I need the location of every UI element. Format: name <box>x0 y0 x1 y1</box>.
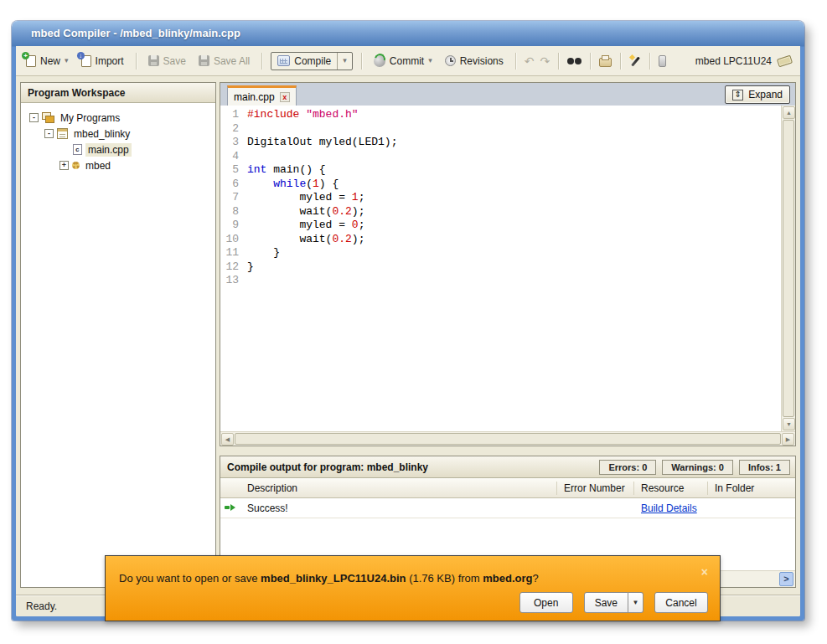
code-line[interactable]: } <box>247 246 781 260</box>
code-line[interactable] <box>247 274 781 288</box>
scroll-left-icon[interactable]: ◀ <box>221 433 234 446</box>
window-title: mbed Compiler - /mbed_blinky/main.cpp <box>31 27 240 39</box>
scroll-up-icon[interactable]: ▲ <box>783 106 795 119</box>
download-notification-bar: Do you want to open or save mbed_blinky_… <box>105 555 721 621</box>
program-notepad-icon <box>57 128 68 139</box>
tab-main-cpp[interactable]: main.cpp x <box>227 85 297 106</box>
device-phone-icon[interactable] <box>659 55 666 67</box>
revisions-button[interactable]: Revisions <box>442 53 507 70</box>
tree-item-label[interactable]: My Programs <box>58 111 122 125</box>
expand-button[interactable]: ⇕ Expand <box>725 85 790 104</box>
import-button[interactable]: Import <box>78 53 127 70</box>
tree-item-main-cpp[interactable]: main.cpp <box>24 142 212 157</box>
compile-dropdown[interactable]: ▾ <box>337 53 352 70</box>
save-all-button[interactable]: Save All <box>195 53 253 70</box>
download-message: Do you want to open or save mbed_blinky_… <box>119 572 539 585</box>
toolbar-separator <box>261 53 262 70</box>
window-titlebar: mbed Compiler - /mbed_blinky/main.cpp <box>16 21 800 46</box>
scroll-right-icon[interactable]: ▶ <box>782 433 794 446</box>
table-row[interactable]: Success! Build Details <box>220 498 795 518</box>
column-error-number[interactable]: Error Number <box>557 482 634 495</box>
warnings-badge[interactable]: Warnings: 0 <box>662 460 733 475</box>
commit-sync-icon <box>374 55 385 67</box>
code-line[interactable]: myled = 1; <box>247 191 781 205</box>
find-binoculars-icon[interactable] <box>567 57 581 65</box>
chevron-down-icon: ▾ <box>343 57 347 64</box>
download-message-suffix: ? <box>533 572 539 585</box>
compile-button[interactable]: Compile <box>271 53 337 70</box>
code-line[interactable]: int main() { <box>247 163 781 178</box>
editor-vertical-scrollbar[interactable]: ▲ ▼ <box>781 106 795 431</box>
build-details-link[interactable]: Build Details <box>641 502 697 514</box>
code-line[interactable] <box>247 150 781 164</box>
column-icon <box>220 482 240 495</box>
scroll-right-icon[interactable]: > <box>779 572 793 586</box>
editor-region: main.cpp x ⇕ Expand 12345678910111213 #i… <box>220 82 796 446</box>
save-button[interactable]: Save <box>584 592 628 613</box>
scrollbar-thumb[interactable] <box>783 120 794 417</box>
column-resource[interactable]: Resource <box>634 482 708 495</box>
editor-horizontal-scrollbar[interactable]: ◀ ▶ <box>220 431 795 446</box>
mbed-compiler-window: mbed Compiler - /mbed_blinky/main.cpp Ne… <box>12 21 804 621</box>
scrollbar-thumb[interactable] <box>235 433 781 445</box>
column-description[interactable]: Description <box>240 482 557 495</box>
download-buttons: Open Save ▼ Cancel <box>519 592 708 613</box>
code-line[interactable]: #include "mbed.h" <box>247 108 781 122</box>
infos-badge[interactable]: Infos: 1 <box>739 460 790 475</box>
tab-close-icon[interactable]: x <box>280 92 290 102</box>
import-label: Import <box>96 55 124 67</box>
tree-item-mbed[interactable]: + mbed <box>24 157 212 173</box>
chevron-down-icon[interactable]: ▾ <box>428 57 432 64</box>
commit-button[interactable]: Commit ▾ <box>370 53 436 70</box>
clock-icon <box>445 55 456 66</box>
undo-icon[interactable]: ↶ <box>525 55 535 67</box>
download-message-prefix: Do you want to open or save <box>119 572 261 585</box>
code-lines[interactable]: #include "mbed.h" DigitalOut myled(LED1)… <box>244 106 781 431</box>
status-text: Ready. <box>26 600 57 612</box>
publish-printer-icon[interactable] <box>599 58 612 67</box>
cancel-button[interactable]: Cancel <box>654 592 708 613</box>
code-line[interactable]: DigitalOut myled(LED1); <box>247 136 781 150</box>
save-button[interactable]: Save <box>145 53 189 70</box>
tree-item-label[interactable]: main.cpp <box>85 143 132 157</box>
commit-label: Commit <box>390 55 424 67</box>
code-line[interactable]: wait(0.2); <box>247 205 781 219</box>
device-label: mbed LPC11U24 <box>695 55 772 67</box>
format-wand-icon[interactable] <box>629 55 641 67</box>
column-in-folder[interactable]: In Folder <box>708 482 795 495</box>
open-button[interactable]: Open <box>519 592 573 613</box>
chevron-down-icon[interactable]: ▾ <box>65 57 69 64</box>
save-all-floppy-icon <box>199 55 209 66</box>
import-icon <box>81 55 91 67</box>
code-line[interactable]: } <box>247 260 781 275</box>
new-button[interactable]: New ▾ <box>23 53 72 70</box>
code-line[interactable]: while(1) { <box>247 178 781 192</box>
tree-item-mbed-blinky[interactable]: - mbed_blinky <box>24 126 212 142</box>
download-site: mbed.org <box>483 572 532 585</box>
revisions-label: Revisions <box>460 55 504 67</box>
errors-badge[interactable]: Errors: 0 <box>599 460 656 475</box>
code-line[interactable]: myled = 0; <box>247 219 781 233</box>
output-badges: Errors: 0 Warnings: 0 Infos: 1 <box>599 460 790 475</box>
save-label: Save <box>163 55 186 67</box>
toolbar-separator <box>558 53 559 70</box>
close-icon[interactable]: × <box>701 566 708 578</box>
programs-icon <box>42 112 54 123</box>
line-numbers: 12345678910111213 <box>220 106 244 431</box>
download-filename: mbed_blinky_LPC11U24.bin <box>261 572 406 585</box>
tree-item-label[interactable]: mbed_blinky <box>71 127 132 141</box>
tree-item-label[interactable]: mbed <box>83 159 113 173</box>
code-line[interactable] <box>247 122 781 137</box>
redo-icon[interactable]: ↷ <box>540 55 550 67</box>
success-arrow-icon <box>225 504 235 512</box>
save-dropdown-arrow[interactable]: ▼ <box>628 592 644 613</box>
tree-item-my-programs[interactable]: - My Programs <box>24 110 212 126</box>
device-selector[interactable]: mbed LPC11U24 <box>695 55 792 67</box>
tree-toggle-icon[interactable]: + <box>59 161 69 170</box>
output-table-header: Description Error Number Resource In Fol… <box>220 478 795 498</box>
tree-toggle-icon[interactable]: - <box>29 113 39 122</box>
scroll-down-icon[interactable]: ▼ <box>783 418 795 430</box>
code-line[interactable]: wait(0.2); <box>247 233 781 247</box>
panel-splitter[interactable] <box>220 446 796 456</box>
tree-toggle-icon[interactable]: - <box>44 129 54 138</box>
